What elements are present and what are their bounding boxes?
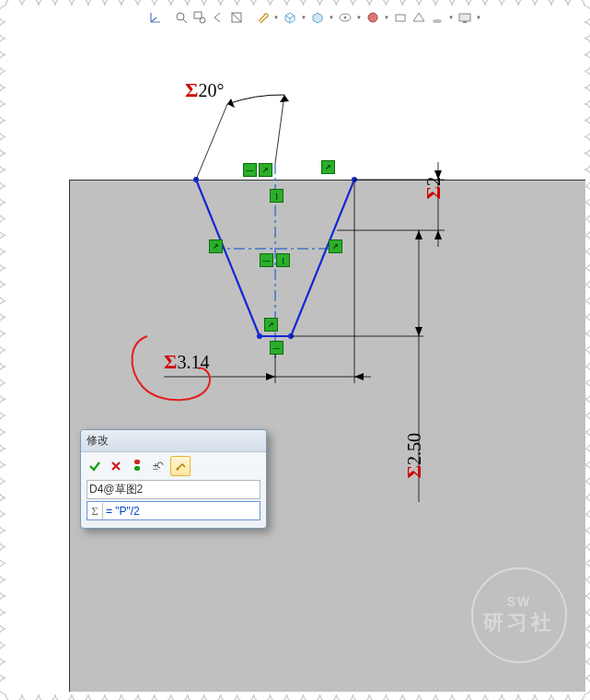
dropdown-arrow-icon[interactable]: ▼ bbox=[447, 9, 455, 26]
svg-point-5 bbox=[344, 17, 347, 19]
svg-rect-10 bbox=[463, 21, 467, 23]
relation-coincident-icon[interactable]: ↗ bbox=[264, 318, 278, 332]
view-orientation-icon[interactable] bbox=[282, 9, 298, 26]
relation-horizontal-icon[interactable]: — bbox=[243, 163, 257, 177]
view-toolbar: ▼ ▼ ▼ ▼ ▼ ▼ ▼ bbox=[147, 9, 482, 26]
svg-rect-40 bbox=[134, 466, 140, 471]
svg-point-6 bbox=[368, 13, 377, 22]
relation-horizontal-icon[interactable]: — bbox=[270, 341, 283, 355]
dimension-width[interactable]: Σ3.14 bbox=[164, 350, 209, 374]
apply-scene-icon[interactable] bbox=[392, 9, 409, 26]
svg-point-8 bbox=[433, 19, 442, 23]
svg-rect-9 bbox=[459, 14, 470, 21]
relation-coincident-icon[interactable]: ↗ bbox=[329, 239, 342, 253]
dimension-gap[interactable]: Σ2 bbox=[422, 177, 445, 199]
graphics-area[interactable]: Σ20° Σ3.14 Σ2 Σ2.50 — ↗ ↗ | ↗ — | ↗ ↗ — … bbox=[0, 0, 590, 700]
relation-vertical-icon[interactable]: | bbox=[276, 253, 290, 267]
dropdown-arrow-icon[interactable]: ▼ bbox=[475, 9, 482, 26]
dimension-height[interactable]: Σ2.50 bbox=[402, 433, 426, 478]
display-style-icon[interactable] bbox=[309, 9, 326, 26]
reverse-button[interactable]: ± bbox=[149, 457, 168, 475]
svg-marker-27 bbox=[266, 373, 275, 380]
section-view-icon[interactable] bbox=[228, 9, 245, 26]
previous-view-icon[interactable] bbox=[210, 9, 226, 26]
relation-vertical-icon[interactable]: | bbox=[270, 189, 283, 203]
dropdown-arrow-icon[interactable]: ▼ bbox=[328, 9, 335, 26]
svg-point-18 bbox=[257, 333, 262, 339]
view-settings-icon[interactable] bbox=[457, 9, 473, 26]
svg-marker-21 bbox=[227, 99, 235, 108]
sigma-icon[interactable]: Σ bbox=[87, 503, 103, 519]
dimension-value-field[interactable]: Σ bbox=[87, 501, 260, 520]
svg-marker-33 bbox=[434, 230, 442, 239]
triad-icon[interactable] bbox=[147, 9, 164, 26]
relation-coincident-icon[interactable]: ↗ bbox=[259, 163, 272, 177]
svg-rect-39 bbox=[134, 460, 140, 464]
svg-point-0 bbox=[177, 13, 184, 20]
svg-marker-37 bbox=[415, 327, 422, 336]
dimension-angle[interactable]: Σ20° bbox=[185, 78, 224, 102]
hide-show-icon[interactable] bbox=[337, 9, 353, 26]
perspective-icon[interactable] bbox=[411, 9, 427, 26]
dropdown-arrow-icon[interactable]: ▼ bbox=[383, 9, 390, 26]
relation-coincident-icon[interactable]: ↗ bbox=[209, 239, 223, 253]
svg-rect-1 bbox=[194, 12, 202, 18]
svg-rect-7 bbox=[396, 15, 405, 21]
svg-line-13 bbox=[196, 180, 260, 336]
sketch-overlay bbox=[0, 0, 590, 700]
wrench-icon[interactable] bbox=[254, 9, 271, 26]
zoom-fit-icon[interactable] bbox=[173, 9, 190, 26]
dropdown-arrow-icon[interactable]: ▼ bbox=[272, 9, 280, 26]
svg-line-20 bbox=[196, 104, 227, 180]
svg-line-14 bbox=[291, 180, 354, 336]
rebuild-button[interactable] bbox=[128, 457, 146, 475]
svg-marker-28 bbox=[354, 373, 364, 380]
dropdown-arrow-icon[interactable]: ▼ bbox=[300, 9, 307, 26]
relation-horizontal-icon[interactable]: — bbox=[260, 253, 273, 267]
svg-line-23 bbox=[275, 95, 284, 163]
thumbwheel-button[interactable] bbox=[170, 456, 191, 476]
modify-dimension-dialog: 修改 ± D4@草图2 Σ bbox=[80, 429, 267, 529]
svg-point-2 bbox=[200, 18, 205, 23]
dialog-title: 修改 bbox=[81, 430, 266, 452]
dropdown-arrow-icon[interactable]: ▼ bbox=[355, 9, 363, 26]
svg-point-42 bbox=[177, 468, 179, 471]
dimension-name-field[interactable]: D4@草图2 bbox=[87, 480, 260, 499]
cancel-button[interactable] bbox=[107, 457, 125, 475]
ok-button[interactable] bbox=[86, 457, 104, 475]
zoom-window-icon[interactable] bbox=[191, 9, 208, 26]
shadow-icon[interactable] bbox=[429, 9, 445, 26]
relation-coincident-icon[interactable]: ↗ bbox=[321, 160, 335, 174]
svg-marker-36 bbox=[415, 230, 422, 239]
edit-appearance-icon[interactable] bbox=[364, 9, 381, 26]
dimension-value-input[interactable] bbox=[103, 502, 260, 519]
